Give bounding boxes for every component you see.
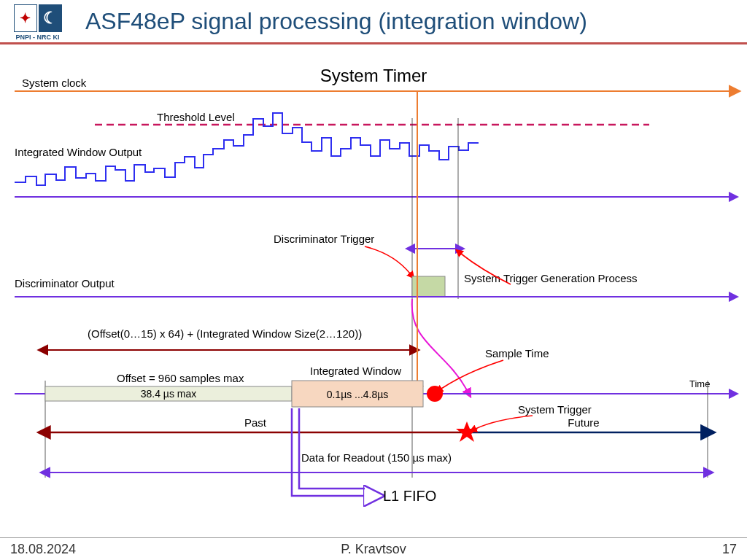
system-clock-label: System clock [22, 77, 87, 89]
data-readout-label: Data for Readout (150 µs max) [301, 451, 452, 464]
future-label: Future [568, 416, 599, 429]
past-label: Past [244, 416, 267, 429]
logo: ✦ ☾ PNPI - NRC KI [3, 4, 72, 41]
int-win-time: 0.1µs ...4.8µs [327, 389, 389, 400]
footer: 18.08.2024 P. Kravtsov 17 [0, 537, 747, 560]
threshold-label: Threshold Level [157, 111, 235, 123]
footer-date: 18.08.2024 [10, 542, 76, 557]
offset-max-label: Offset = 960 samples max [117, 372, 244, 384]
l1-fifo-label: L1 FIFO [383, 488, 436, 504]
int-win-label: Integrated Window [310, 365, 401, 377]
disc-trig-arrow [365, 246, 410, 273]
magenta-curve [412, 299, 467, 390]
footer-author: P. Kravtsov [341, 542, 406, 557]
timing-diagram: System Timer System clock Threshold Leve… [0, 66, 747, 532]
sample-time-arrow [441, 360, 503, 389]
time-label: Time [689, 378, 710, 389]
offset-time: 38.4 µs max [141, 388, 197, 400]
system-timer-label: System Timer [320, 66, 427, 85]
logo-caption: PNPI - NRC KI [15, 34, 59, 41]
sys-trigger-label: System Trigger [518, 403, 592, 416]
iwo-label: Integrated Window Output [15, 146, 142, 158]
sample-time-label: Sample Time [485, 347, 549, 359]
sample-dot [427, 386, 443, 402]
sys-trigger-arrow [476, 416, 533, 429]
disc-out-label: Discriminator Output [15, 277, 115, 289]
disc-trig-label: Discriminator Trigger [274, 233, 374, 245]
offset-formula: (Offset(0…15) x 64) + (Integrated Window… [88, 327, 362, 340]
page-title: ASF48eP signal processing (integration w… [85, 8, 587, 35]
footer-page: 17 [722, 542, 737, 557]
